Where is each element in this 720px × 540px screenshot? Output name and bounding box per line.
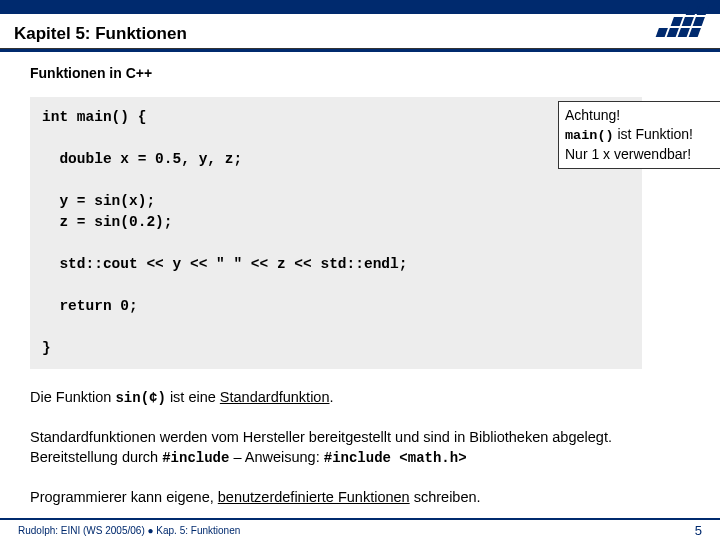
top-bar: [0, 0, 720, 14]
warn-line: Achtung!: [565, 106, 717, 125]
code-line: return 0;: [42, 298, 138, 314]
inline-code: #include: [162, 450, 229, 466]
warn-code: main(): [565, 128, 614, 143]
footer-text: Rudolph: EINI (WS 2005/06) ● Kap. 5: Fun…: [18, 525, 240, 536]
inline-code: #include <math.h>: [324, 450, 467, 466]
paragraph: Standardfunktionen werden vom Hersteller…: [30, 427, 696, 469]
text: – Anweisung:: [229, 449, 323, 465]
text: Programmierer kann eigene,: [30, 489, 218, 505]
text: ist eine: [166, 389, 220, 405]
text: .: [330, 389, 334, 405]
warn-line: main() ist Funktion!: [565, 125, 717, 145]
warn-text: ist Funktion!: [614, 126, 693, 142]
text: schreiben.: [410, 489, 481, 505]
code-line: std::cout << y << " " << z << std::endl;: [42, 256, 407, 272]
paragraph: Die Funktion sin(¢) ist eine Standardfun…: [30, 387, 696, 409]
subtitle: Funktionen in C++: [30, 64, 696, 83]
page-number: 5: [695, 523, 702, 538]
warning-box: Achtung! main() ist Funktion! Nur 1 x ve…: [558, 101, 720, 169]
underlined-term: benutzerdefinierte Funktionen: [218, 489, 410, 505]
code-line: int main() {: [42, 109, 146, 125]
content-area: Funktionen in C++ int main() { double x …: [0, 52, 720, 507]
code-line: y = sin(x);: [42, 193, 155, 209]
code-block: int main() { double x = 0.5, y, z; y = s…: [30, 97, 642, 369]
inline-code: sin(¢): [115, 390, 165, 406]
code-wrapper: int main() { double x = 0.5, y, z; y = s…: [30, 97, 696, 369]
warn-line: Nur 1 x verwendbar!: [565, 145, 717, 164]
code-line: double x = 0.5, y, z;: [42, 151, 242, 167]
footer: Rudolph: EINI (WS 2005/06) ● Kap. 5: Fun…: [0, 518, 720, 540]
code-line: }: [42, 340, 51, 356]
page-title: Kapitel 5: Funktionen: [14, 24, 706, 44]
text: Die Funktion: [30, 389, 115, 405]
page-header: Kapitel 5: Funktionen: [0, 14, 720, 49]
code-line: z = sin(0.2);: [42, 214, 173, 230]
paragraph: Programmierer kann eigene, benutzerdefin…: [30, 487, 696, 507]
underlined-term: Standardfunktion: [220, 389, 330, 405]
